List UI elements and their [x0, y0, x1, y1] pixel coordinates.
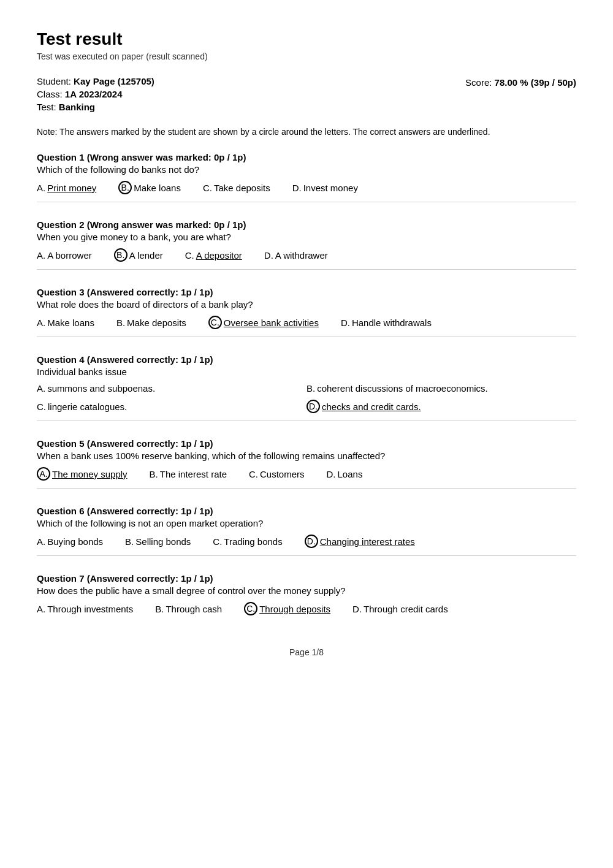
answer-text-q3-b: Make deposits	[127, 318, 186, 328]
answer-q6-d: D.Changing interest rates	[305, 535, 415, 548]
answer-text-q5-d: Loans	[338, 469, 363, 479]
answers-q1: A.Print moneyB.Make loansC.Take deposits…	[37, 181, 576, 197]
answer-q1-b: B.Make loans	[118, 181, 181, 194]
answer-text-q2-b: A lender	[129, 250, 163, 261]
question-q3: Question 3 (Answered correctly: 1p / 1p)…	[37, 287, 576, 337]
letter-q5-d: D.	[327, 469, 336, 479]
score-value: 78.00 % (39p / 50p)	[495, 77, 576, 88]
letter-q1-d: D.	[292, 183, 302, 193]
answer-text-q7-c: Through deposits	[259, 604, 330, 614]
answer-text-q1-a: Print money	[47, 183, 96, 193]
answer-text-q3-a: Make loans	[47, 318, 94, 328]
question-q6: Question 6 (Answered correctly: 1p / 1p)…	[37, 506, 576, 556]
answer-q7-d: D.Through credit cards	[352, 604, 448, 614]
answer-text-q6-b: Selling bonds	[135, 536, 191, 547]
circled-letter-q3-c: C.	[208, 316, 222, 329]
class-label: Class:	[37, 89, 63, 99]
circled-letter-q4-d: D.	[306, 400, 320, 413]
answer-text-q1-c: Take deposits	[214, 183, 270, 193]
letter-q4-a: A.	[37, 383, 45, 394]
answer-q5-c: C.Customers	[249, 469, 305, 479]
letter-q6-b: B.	[125, 536, 134, 547]
circled-letter-q2-b: B.	[114, 248, 128, 262]
question-header-q2: Question 2 (Wrong answer was marked: 0p …	[37, 219, 576, 230]
question-text-q6: Which of the following is not an open ma…	[37, 518, 576, 528]
letter-q7-d: D.	[352, 604, 362, 614]
answer-text-q3-d: Handle withdrawals	[352, 318, 432, 328]
answer-text-q7-b: Through cash	[166, 604, 222, 614]
circled-letter-q5-a: A.	[37, 467, 50, 481]
question-text-q3: What role does the board of directors of…	[37, 299, 576, 310]
answer-text-q2-d: A withdrawer	[275, 250, 328, 261]
answer-q5-a: A.The money supply	[37, 467, 128, 481]
letter-q5-c: C.	[249, 469, 258, 479]
answer-text-q1-d: Invest money	[303, 183, 358, 193]
question-header-q6: Question 6 (Answered correctly: 1p / 1p)	[37, 506, 576, 516]
question-text-q2: When you give money to a bank, you are w…	[37, 232, 576, 242]
letter-q3-d: D.	[341, 318, 350, 328]
answer-q7-c: C.Through deposits	[244, 602, 330, 615]
question-header-q4: Question 4 (Answered correctly: 1p / 1p)	[37, 354, 576, 365]
answer-text-q2-c: A depositor	[196, 250, 242, 261]
answer-q1-c: C.Take deposits	[203, 183, 270, 193]
question-header-q1: Question 1 (Wrong answer was marked: 0p …	[37, 152, 576, 162]
answers-q3: A.Make loansB.Make depositsC.Oversee ban…	[37, 316, 576, 332]
answer-q1-a: A.Print money	[37, 183, 96, 193]
answer-text-q4-d: checks and credit cards.	[322, 402, 421, 412]
answers-q4: A.summons and subpoenas.B.coherent discu…	[37, 383, 576, 416]
page-subtitle: Test was executed on paper (result scann…	[37, 51, 576, 61]
answer-q5-b: B.The interest rate	[150, 469, 227, 479]
answer-q3-c: C.Oversee bank activities	[208, 316, 319, 329]
letter-q2-d: D.	[264, 250, 273, 261]
answer-q2-a: A.A borrower	[37, 250, 92, 261]
question-q5: Question 5 (Answered correctly: 1p / 1p)…	[37, 438, 576, 489]
question-text-q7: How does the public have a small degree …	[37, 585, 576, 596]
answer-text-q5-a: The money supply	[52, 469, 128, 479]
test-value: Banking	[59, 102, 95, 112]
question-text-q5: When a bank uses 100% reserve banking, w…	[37, 451, 576, 461]
question-header-q7: Question 7 (Answered correctly: 1p / 1p)	[37, 573, 576, 584]
answer-text-q6-a: Buying bonds	[47, 536, 103, 547]
class-value: 1A 2023/2024	[65, 89, 123, 99]
letter-q2-c: C.	[185, 250, 194, 261]
answer-q4-c: C.lingerie catalogues.	[37, 400, 306, 413]
answer-text-q5-b: The interest rate	[160, 469, 227, 479]
score-label: Score:	[465, 77, 492, 88]
letter-q3-a: A.	[37, 318, 45, 328]
page-footer: Page 1/8	[37, 647, 576, 657]
answer-q2-c: C.A depositor	[185, 250, 242, 261]
letter-q1-c: C.	[203, 183, 212, 193]
answer-text-q6-d: Changing interest rates	[320, 536, 415, 547]
question-header-q5: Question 5 (Answered correctly: 1p / 1p)	[37, 438, 576, 449]
letter-q7-b: B.	[155, 604, 164, 614]
question-header-q3: Question 3 (Answered correctly: 1p / 1p)	[37, 287, 576, 297]
student-name: Kay Page (125705)	[74, 76, 154, 86]
answer-q2-d: D.A withdrawer	[264, 250, 328, 261]
answer-text-q4-b: coherent discussions of macroeconomics.	[317, 383, 487, 394]
answer-q7-a: A.Through investments	[37, 604, 133, 614]
question-text-q1: Which of the following do banks not do?	[37, 164, 576, 175]
answer-q4-d: D.checks and credit cards.	[306, 400, 576, 413]
answer-q1-d: D.Invest money	[292, 183, 358, 193]
answer-q3-a: A.Make loans	[37, 318, 94, 328]
circled-letter-q6-d: D.	[305, 535, 318, 548]
answer-text-q5-c: Customers	[260, 469, 305, 479]
letter-q2-a: A.	[37, 250, 45, 261]
circled-letter-q1-b: B.	[118, 181, 132, 194]
answer-q2-b: B.A lender	[114, 248, 163, 262]
letter-q6-c: C.	[213, 536, 222, 547]
answer-text-q3-c: Oversee bank activities	[224, 318, 319, 328]
answer-q6-b: B.Selling bonds	[125, 536, 191, 547]
answer-text-q7-a: Through investments	[47, 604, 133, 614]
letter-q3-b: B.	[116, 318, 125, 328]
answer-q6-a: A.Buying bonds	[37, 536, 103, 547]
letter-q5-b: B.	[150, 469, 158, 479]
answer-text-q6-c: Trading bonds	[224, 536, 282, 547]
letter-q1-a: A.	[37, 183, 45, 193]
answers-q2: A.A borrowerB.A lenderC.A depositorD.A w…	[37, 248, 576, 264]
page-title: Test result	[37, 29, 576, 49]
letter-q6-a: A.	[37, 536, 45, 547]
answers-q5: A.The money supplyB.The interest rateC.C…	[37, 467, 576, 483]
answer-q5-d: D.Loans	[327, 469, 363, 479]
answers-q7: A.Through investmentsB.Through cashC.Thr…	[37, 602, 576, 618]
